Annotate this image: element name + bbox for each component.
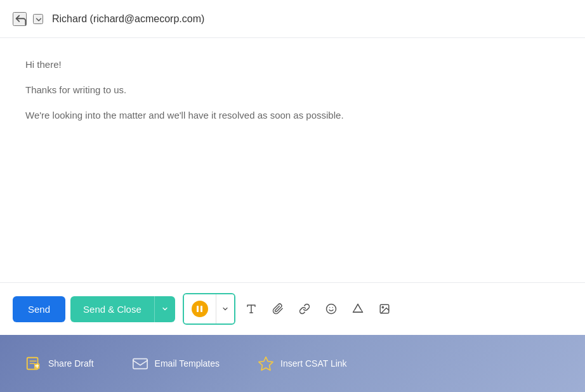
pause-icon: [192, 301, 208, 317]
emoji-button[interactable]: [320, 298, 342, 320]
share-draft-icon: [25, 355, 42, 372]
reply-dropdown-button[interactable]: [33, 14, 43, 24]
attach-file-button[interactable]: [267, 298, 289, 320]
send-button[interactable]: Send: [13, 296, 65, 322]
compose-toolbar: Send Send & Close: [0, 282, 585, 335]
share-draft-label: Share Draft: [48, 358, 94, 369]
email-header: Richard (richard@acmecorp.com): [0, 0, 585, 38]
pause-group: [183, 293, 235, 325]
insert-image-button[interactable]: [374, 298, 395, 320]
send-close-group: Send & Close: [70, 296, 175, 322]
pause-dropdown-button[interactable]: [216, 294, 234, 323]
send-close-dropdown-button[interactable]: [154, 296, 175, 322]
insert-csat-label: Insert CSAT Link: [280, 358, 347, 369]
thanks-line: Thanks for writing to us.: [25, 82, 560, 98]
recipient-title: Richard (richard@acmecorp.com): [52, 13, 204, 25]
email-templates-label: Email Templates: [155, 358, 220, 369]
email-templates-item[interactable]: Email Templates: [132, 355, 220, 372]
svg-point-2: [326, 304, 336, 314]
email-content: Hi there! Thanks for writing to us. We'r…: [25, 57, 560, 123]
pause-button[interactable]: [184, 294, 216, 323]
insert-csat-item[interactable]: Insert CSAT Link: [258, 355, 347, 372]
svg-point-6: [382, 306, 383, 308]
reply-button[interactable]: [13, 12, 27, 26]
insert-link-button[interactable]: [294, 298, 315, 320]
send-close-button[interactable]: Send & Close: [70, 296, 154, 322]
email-compose-panel: Richard (richard@acmecorp.com) Hi there!…: [0, 0, 585, 392]
google-drive-button[interactable]: [347, 298, 369, 320]
text-format-button[interactable]: [240, 298, 262, 320]
footer-actions: Share Draft Email Templates Insert CSAT …: [0, 335, 585, 392]
email-templates-icon: [132, 355, 148, 372]
svg-marker-10: [259, 357, 273, 370]
followup-line: We're looking into the matter and we'll …: [25, 108, 560, 123]
greeting-line: Hi there!: [25, 57, 560, 72]
svg-rect-9: [133, 359, 147, 369]
email-body: Hi there! Thanks for writing to us. We'r…: [0, 38, 585, 282]
insert-csat-icon: [258, 355, 274, 372]
share-draft-item[interactable]: Share Draft: [25, 355, 94, 372]
